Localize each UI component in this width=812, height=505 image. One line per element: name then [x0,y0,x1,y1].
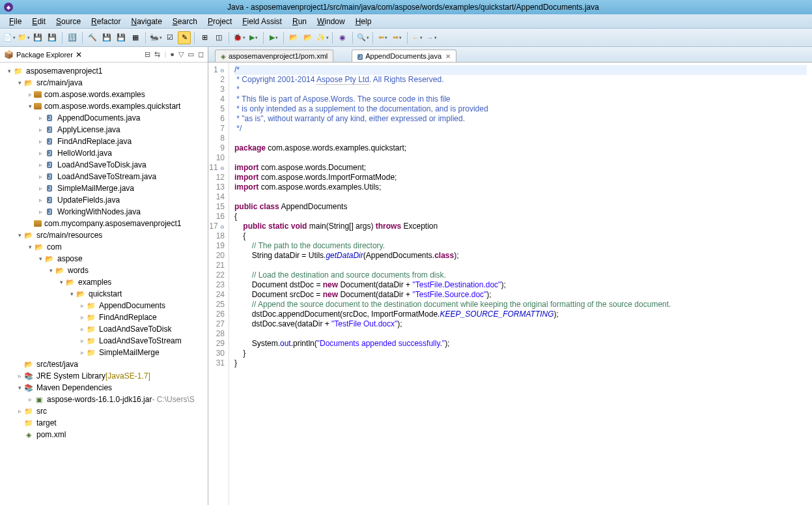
collapse-all-icon[interactable]: ⊟ [145,50,150,59]
tool-button[interactable]: 🔢 [66,31,79,44]
twisty-icon[interactable]: ▹ [78,302,86,309]
twisty-icon[interactable]: ▾ [16,232,23,238]
tree-item[interactable]: ▹📚JRE System Library [JavaSE-1.7] [0,370,208,382]
tree-item[interactable]: ▹📁FindAndReplace [0,311,208,323]
menu-help[interactable]: Help [350,17,377,26]
twisty-icon[interactable]: ▹ [36,197,44,203]
menu-window[interactable]: Window [312,17,350,26]
tree-item[interactable]: ▹JLoadAndSaveToStream.java [0,171,208,182]
ant-button[interactable]: 🐜 [149,31,162,44]
eclipse-icon[interactable]: ◉ [336,31,349,44]
tree-item[interactable]: ▹📂src/test/java [0,358,208,370]
tree-item[interactable]: ▹JLoadAndSaveToDisk.java [0,159,208,171]
tree-item[interactable]: ▹📁SimpleMailMerge [0,347,208,358]
twisty-icon[interactable]: ▾ [57,279,65,285]
twisty-icon[interactable]: ▹ [78,338,86,344]
twisty-icon[interactable]: ▹ [78,314,86,321]
grid-button[interactable]: ▦ [129,31,142,44]
menu-file[interactable]: File [4,17,27,26]
wand-button[interactable]: ✨ [316,31,329,44]
tree-item[interactable]: ▹▣aspose-words-16.1.0-jdk16.jar - C:\Use… [0,394,208,405]
tree-item[interactable]: ▾📚Maven Dependencies [0,382,208,394]
tree-item[interactable]: ▹JHelloWorld.java [0,147,208,159]
tree-item[interactable]: ▾📂examples [0,276,208,288]
tree-item[interactable]: ▹JAppendDocuments.java [0,112,208,124]
twisty-icon[interactable]: ▹ [26,91,34,98]
tree-item[interactable]: ▹📁target [0,417,208,429]
twisty-icon[interactable]: ▹ [36,126,44,133]
run-ext-button[interactable]: ▶ [267,31,280,44]
maximize-icon[interactable]: ◻ [198,50,204,59]
twisty-icon[interactable]: ▹ [36,138,44,145]
run-button[interactable]: ▶ [247,31,260,44]
open2-button[interactable]: 📂 [301,31,315,44]
view-menu-icon[interactable]: ▽ [178,50,184,59]
twisty-icon[interactable]: ▹ [16,373,23,379]
twisty-icon[interactable]: ▹ [36,209,44,215]
twisty-icon[interactable]: ▾ [26,103,34,109]
twisty-icon[interactable]: ▹ [26,396,34,403]
tree-item[interactable]: ▾📂src/main/java [0,77,208,89]
twisty-icon[interactable]: ▹ [36,162,44,168]
twisty-icon[interactable]: ▹ [78,349,86,356]
pencil-button[interactable]: ✎ [178,31,191,44]
tree-item[interactable]: ▾📂src/main/resources [0,229,208,241]
tree-item[interactable]: ▹JUpdateFields.java [0,194,208,206]
tree-item[interactable]: ▾📂com [0,241,208,253]
menu-edit[interactable]: Edit [27,17,51,26]
menu-project[interactable]: Project [203,17,237,26]
twisty-icon[interactable]: ▾ [5,68,13,74]
open-folder-button[interactable]: 📂 [287,31,300,44]
new-button[interactable]: 📄 [3,31,16,44]
tree-item[interactable]: ▾📂quickstart [0,288,208,300]
twisty-icon[interactable]: ▾ [36,255,44,262]
tree-item[interactable]: ▾📂aspose [0,253,208,265]
code-editor[interactable]: 1 ⊖234567891011 ⊖121314151617 ⊖181920212… [208,63,812,505]
menu-run[interactable]: Run [287,17,312,26]
tree-item[interactable]: ▹◈pom.xml [0,429,208,440]
tree-item[interactable]: ▹📁LoadAndSaveToDisk [0,323,208,335]
tree-item[interactable]: ▾com.aspose.words.examples.quickstart [0,100,208,112]
save3-button[interactable]: 💾 [115,31,128,44]
tree-item[interactable]: ▹JWorkingWithNodes.java [0,206,208,218]
code-content[interactable]: /* * Copyright 2001-2014 Aspose Pty Ltd.… [229,63,812,505]
menu-field-assist[interactable]: Field Assist [237,17,287,26]
tree-item[interactable]: ▹JFindAndReplace.java [0,136,208,147]
twisty-icon[interactable]: ▾ [16,384,23,391]
search-button[interactable]: 🔍 [356,31,369,44]
tree-item[interactable]: ▹📁LoadAndSaveToStream [0,335,208,347]
twisty-icon[interactable]: ▹ [36,185,44,192]
twisty-icon[interactable]: ▹ [78,326,86,332]
tree-item[interactable]: ▾📂words [0,265,208,276]
twisty-icon[interactable]: ▾ [68,291,76,297]
project-tree[interactable]: ▾📁asposemavenproject1▾📂src/main/java▹com… [0,63,208,505]
tree-item[interactable]: ▹com.aspose.words.examples [0,89,208,100]
twisty-icon[interactable]: ▹ [36,150,44,156]
menu-source[interactable]: Source [51,17,86,26]
menu-refactor[interactable]: Refactor [86,17,126,26]
twisty-icon[interactable]: ▹ [16,408,23,414]
minimize-icon[interactable]: ▭ [188,50,194,59]
window-button[interactable]: ⊞ [198,31,211,44]
debug-button[interactable]: 🐞 [232,31,245,44]
close-view-icon[interactable]: ✕ [76,50,82,59]
tree-item[interactable]: ▹📁src [0,405,208,417]
twisty-icon[interactable]: ▾ [26,244,34,250]
history-back-button[interactable]: ← [411,31,424,44]
tree-item[interactable]: ▹📁AppendDocuments [0,300,208,311]
history-fwd-button[interactable]: → [425,31,438,44]
link-editor-icon[interactable]: ⇆ [154,50,160,59]
tree-item[interactable]: ▹com.mycompany.asposemavenproject1 [0,218,208,229]
forward-button[interactable]: ➡ [391,31,404,44]
back-button[interactable]: ⬅ [376,31,389,44]
focus-icon[interactable]: ● [170,50,175,59]
twisty-icon[interactable]: ▹ [36,173,44,180]
editor-tab[interactable]: JAppendDocuments.java✕ [352,50,456,62]
twisty-icon[interactable]: ▾ [16,79,23,86]
editor-tab[interactable]: ◈asposemavenproject1/pom.xml [215,50,333,62]
tree-item[interactable]: ▹JSimpleMailMerge.java [0,182,208,194]
save2-button[interactable]: 💾 [100,31,113,44]
save-button[interactable]: 💾 [31,31,44,44]
new-project-button[interactable]: 📁 [17,31,30,44]
tree-item[interactable]: ▹JApplyLicense.java [0,124,208,136]
